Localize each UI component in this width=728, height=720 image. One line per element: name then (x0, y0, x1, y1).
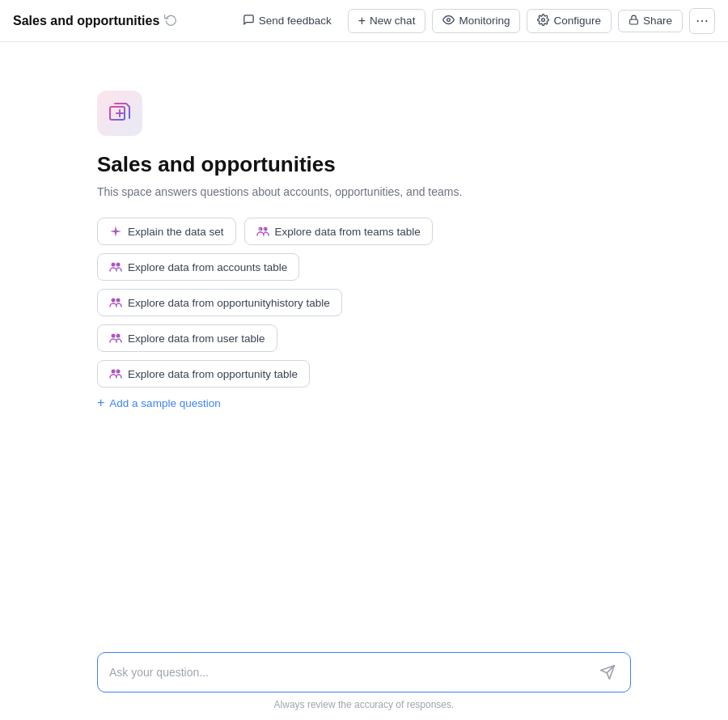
monitoring-label: Monitoring (459, 15, 510, 27)
question-user-label: Explore data from user table (128, 332, 265, 345)
questions-row-1: Explain the data set 1 3 (97, 218, 631, 245)
plus-icon: + (358, 14, 366, 28)
monitoring-button[interactable]: Monitoring (432, 9, 520, 33)
questions-grid: Explain the data set 1 3 (97, 218, 631, 388)
question-opportunityhistory[interactable]: Explore data from opportunityhistory tab… (97, 289, 342, 316)
svg-point-9 (116, 263, 121, 267)
svg-point-12 (112, 334, 116, 338)
question-opportunity[interactable]: Explore data from opportunity table (97, 360, 310, 388)
question-teams[interactable]: 1 3 Explore data from teams table (244, 218, 433, 245)
header: Sales and opportunities Send feedback + … (0, 0, 728, 42)
svg-point-11 (116, 299, 121, 303)
table-icon-opp (109, 367, 122, 380)
question-teams-label: Explore data from teams table (275, 226, 421, 238)
app-icon (97, 91, 142, 136)
svg-text:3: 3 (263, 228, 265, 231)
bottom-area: Always review the accuracy of responses. (0, 639, 728, 720)
more-options-button[interactable]: ⋯ (689, 8, 715, 34)
eye-icon (442, 14, 455, 28)
feedback-icon (243, 14, 255, 28)
questions-row-4: Explore data from user table (97, 324, 631, 352)
disclaimer-text: Always review the accuracy of responses. (97, 699, 631, 710)
svg-point-15 (116, 370, 121, 374)
sparkle-icon (109, 225, 122, 238)
configure-label: Configure (553, 15, 601, 27)
svg-point-1 (542, 18, 545, 21)
content-area: Sales and opportunities This space answe… (0, 42, 728, 639)
feedback-label: Send feedback (259, 15, 332, 27)
feedback-button[interactable]: Send feedback (233, 10, 341, 32)
question-accounts-label: Explore data from accounts table (128, 261, 287, 273)
question-input[interactable] (109, 666, 596, 679)
question-explain-label: Explain the data set (128, 226, 224, 238)
svg-point-13 (116, 334, 121, 338)
question-opp-label: Explore data from opportunity table (128, 368, 298, 380)
question-user[interactable]: Explore data from user table (97, 324, 277, 352)
questions-row-5: Explore data from opportunity table (97, 360, 631, 388)
add-question-button[interactable]: + Add a sample question (97, 392, 221, 413)
share-label: Share (643, 15, 672, 27)
app-title: Sales and opportunities (13, 13, 177, 28)
history-icon[interactable] (164, 13, 177, 28)
more-dots-icon: ⋯ (696, 13, 709, 28)
page-description: This space answers questions about accou… (97, 185, 462, 198)
new-chat-button[interactable]: + New chat (348, 9, 426, 33)
configure-button[interactable]: Configure (527, 9, 612, 33)
questions-row-2: Explore data from accounts table (97, 253, 631, 281)
svg-rect-2 (630, 19, 638, 23)
main-content: Sales and opportunities This space answe… (0, 42, 728, 720)
question-accounts[interactable]: Explore data from accounts table (97, 253, 299, 281)
new-chat-label: New chat (370, 15, 415, 27)
question-opphistory-label: Explore data from opportunityhistory tab… (128, 297, 330, 309)
table-icon-accounts (109, 260, 122, 273)
add-question-icon: + (97, 396, 104, 410)
app-title-text: Sales and opportunities (13, 14, 159, 28)
svg-point-8 (112, 263, 116, 267)
svg-point-14 (112, 370, 116, 374)
share-button[interactable]: Share (618, 10, 683, 32)
svg-point-0 (447, 18, 451, 21)
gear-icon (537, 14, 549, 28)
input-wrapper (97, 652, 631, 692)
table-icon-user (109, 332, 122, 345)
page-title: Sales and opportunities (97, 152, 336, 177)
table-icon-teams: 1 3 (256, 225, 269, 238)
send-button[interactable] (596, 661, 619, 684)
questions-row-3: Explore data from opportunityhistory tab… (97, 289, 631, 316)
svg-point-10 (112, 299, 116, 303)
add-question-label: Add a sample question (109, 397, 220, 409)
table-icon-opphistory (109, 296, 122, 309)
question-explain[interactable]: Explain the data set (97, 218, 236, 245)
lock-icon (629, 15, 639, 28)
